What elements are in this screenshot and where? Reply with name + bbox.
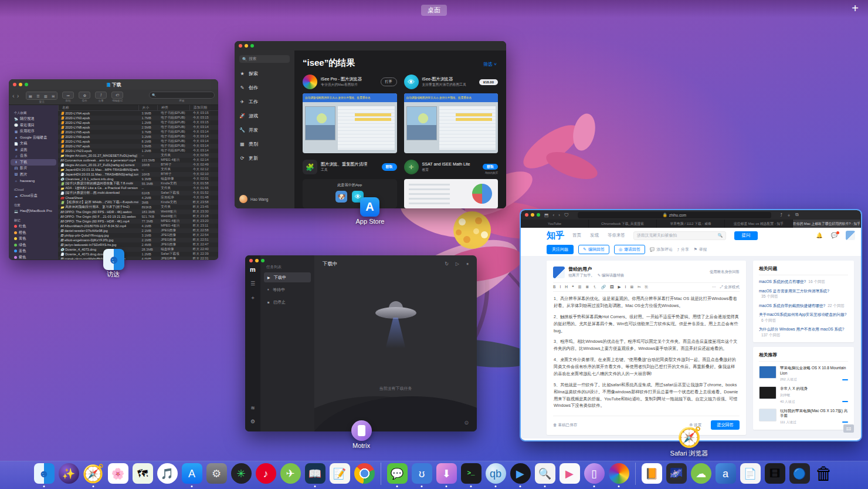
- anonymous-toggle[interactable]: 使用匿名身份回答: [710, 269, 740, 275]
- speed-gauge-icon[interactable]: ⊙: [464, 420, 469, 426]
- browser-tab[interactable]: 苹果电脑 / 1112 下载 - 威锋: [657, 220, 725, 228]
- finder-window[interactable]: 📘下载 ‹› ▤☰▥⊞ 显示 ≔群组 ⚙操作 ⤴分享 🏷编辑标记 🔍 搜索: [9, 79, 218, 260]
- dock-icon[interactable]: 📖: [305, 463, 326, 484]
- file-row[interactable]: 📄[知乎]大数据分析…图.mobi.download 61KB Safari下载…: [58, 191, 218, 195]
- submit-answer-button[interactable]: 提交回答: [711, 420, 740, 430]
- file-row[interactable]: 📙2020-LYN8.epub 2.5MB 电子书籍(EPUB) 今天 03:1…: [58, 125, 218, 130]
- app-card-bundle[interactable]: 🧩 图片浏览、重复图片清理 工具 获取 此套装中的App 🐶 👁: [303, 160, 397, 208]
- dock-icon[interactable]: 📙: [642, 463, 662, 484]
- close-icon[interactable]: [525, 213, 528, 217]
- forward-icon[interactable]: ›: [558, 213, 560, 218]
- space-label-desktop[interactable]: 桌面: [421, 5, 447, 16]
- add-comment-button[interactable]: 💬添加评论: [650, 247, 673, 252]
- format-icon[interactable]: ☰: [578, 285, 582, 290]
- store-sidebar-item[interactable]: ✎ 创作: [239, 85, 290, 91]
- finder-expose-label[interactable]: 访达: [72, 270, 154, 279]
- column-header[interactable]: 添加日期: [189, 105, 218, 110]
- view-mode-icon[interactable]: ⊞: [49, 92, 57, 99]
- related-question-link[interactable]: 关于macOS系统如何将App安装至移动硬盘的问题?6 个回答: [759, 312, 848, 323]
- close-icon[interactable]: [249, 259, 253, 262]
- finder-sidebar-item[interactable]: 紫色: [9, 254, 58, 259]
- file-row[interactable]: 📗[知乎]大数据分析的精选回答合集下载 7.8.mobi 55.3MB Kind…: [58, 181, 218, 186]
- file-row[interactable]: 🎞OPPO: The Origin (60 FPS - HDR - 4K).mp…: [58, 219, 218, 224]
- dock-icon[interactable]: ⬇: [436, 463, 457, 484]
- safari-window[interactable]: ⬒ ‹ › 🛡 🔒zhihu.com ⤴ ＋ ⧉ YouTubeChromebo…: [521, 210, 861, 440]
- format-icon[interactable]: 🔗: [601, 285, 606, 290]
- back-forward-buttons[interactable]: ‹›: [12, 92, 21, 99]
- related-question-link[interactable]: macOS 系统的优点有哪些?16 个回答: [759, 279, 848, 285]
- file-row[interactable]: 🖼marek-okon-nnqWahpBhNM-unsplash.jpg 4.6…: [58, 257, 218, 259]
- dock-icon[interactable]: 🌌: [666, 463, 687, 484]
- dock-icon[interactable]: 📝: [330, 463, 350, 484]
- dock-icon[interactable]: 🔵: [789, 463, 810, 484]
- app-store-app-icon[interactable]: A: [360, 197, 379, 217]
- finder-sidebar-item[interactable]: 绿色: [9, 242, 58, 248]
- format-icon[interactable]: ≣: [586, 285, 589, 290]
- minimize-icon[interactable]: [531, 213, 534, 217]
- file-row[interactable]: 📙2020-LYN9.epub 3.2MB 电子书籍(EPUB) 今天 03:1…: [58, 134, 218, 139]
- book-title[interactable]: 玩转我的苹果电脑(Mac OS X 10.7版) 高手篇: [780, 409, 848, 419]
- format-icon[interactable]: ▶: [618, 285, 621, 290]
- file-row[interactable]: 🎞OPPO: The Origin (60 FPS - HDR - 4K).we…: [58, 210, 218, 214]
- safari-expose-label[interactable]: Safari 浏览器: [648, 449, 730, 458]
- store-sidebar-item[interactable]: ★ 探索: [239, 70, 290, 77]
- dock-icon[interactable]: ☻: [34, 463, 55, 484]
- notifications-bell-icon[interactable]: 🔔: [816, 232, 823, 238]
- browser-tab[interactable]: 在你的 Mac 上都装了哪些好用的软件? - 知乎: [793, 220, 861, 228]
- store-account[interactable]: Hao Wang: [239, 195, 268, 203]
- finder-sidebar-item[interactable]: ♫ 音乐: [9, 153, 58, 160]
- motrix-window[interactable]: m ☰ ＋ ≋ ⚙ 任务列表 ▶ 下载中 ⏸ 等待中 ■ 已停止: [245, 255, 477, 431]
- store-sidebar-item[interactable]: 🔧 开发: [239, 127, 290, 133]
- column-header[interactable]: 种类: [157, 105, 189, 110]
- store-sidebar-item[interactable]: ▦ 类别: [239, 141, 290, 147]
- column-header[interactable]: 大小: [138, 105, 158, 110]
- format-icon[interactable]: ⒈: [593, 285, 597, 290]
- app-store-window[interactable]: 🔍搜索 ★ 探索 ✎ 创作 ✈ 工作 🚀: [235, 41, 506, 208]
- more-icon[interactable]: ⋯: [712, 285, 716, 289]
- add-task-icon[interactable]: ＋: [250, 294, 256, 302]
- app-card-isee-pro[interactable]: iSee Pro - 图片浏览器 专业强大的Mac看图软件 打开 自动调整缩略图…: [303, 75, 397, 153]
- dock-icon[interactable]: 🗺: [133, 463, 153, 484]
- follow-question-button[interactable]: 关注问题: [547, 245, 574, 254]
- file-row[interactable]: 🎞AlbumWatch-20180709-1137-8.04.52.mp4 4.…: [58, 224, 218, 228]
- file-row[interactable]: 🖼philipp-pilz-QubdYRmcgyg.jpg 3.1MB JPEG…: [58, 233, 218, 238]
- file-row[interactable]: 📁JapanHDV.20.03.11.Mao…MP4-TRASHBINS[rar…: [58, 167, 218, 172]
- tab-overview-icon[interactable]: ⧉: [795, 212, 799, 218]
- zoom-icon[interactable]: [261, 259, 265, 262]
- dock-icon[interactable]: qb: [486, 463, 506, 484]
- task-action-icon[interactable]: ↻: [445, 261, 449, 267]
- edit-answer-button[interactable]: ✎编辑回答: [578, 245, 609, 254]
- finder-sidebar-item[interactable]: 🖼 图片: [9, 171, 58, 178]
- get-button[interactable]: 获取: [382, 163, 397, 171]
- fullscreen-button[interactable]: ⤢ 全屏模式: [720, 285, 740, 290]
- finder-sidebar-item[interactable]: 🖥 桌面: [9, 147, 58, 153]
- finder-sidebar-item[interactable]: 红色: [9, 224, 58, 230]
- finder-sidebar-item[interactable]: 个人收藏: [9, 110, 58, 116]
- dock-icon[interactable]: A: [182, 463, 202, 484]
- browser-tab[interactable]: 这些都是 Mac os 精选配置 - 知乎: [725, 220, 793, 228]
- motrix-expose-label[interactable]: Motrix: [320, 442, 402, 449]
- group-button[interactable]: ≔: [62, 92, 74, 99]
- file-row[interactable]: 🎞Coronavirus outbreak…arm for a generato…: [58, 158, 218, 163]
- task-filter-item[interactable]: ■ 已停止: [264, 297, 311, 307]
- author-name[interactable]: 曾经的用户: [568, 266, 624, 272]
- dock-icon[interactable]: 💬: [387, 463, 408, 484]
- file-row[interactable]: 📙2020-LYN23.epub 1.2MB 电子书籍(EPUB) 今天 03:…: [58, 149, 218, 153]
- dock-icon[interactable]: ♪: [256, 463, 276, 484]
- browser-tab[interactable]: YouTube: [521, 220, 589, 228]
- finder-sidebar-item[interactable]: ⬇ 下载: [11, 159, 56, 166]
- invite-answer-button[interactable]: ◎邀请回答: [614, 245, 645, 254]
- file-row[interactable]: 📁高效休闲指南|应付期末、复习课了(团子fm2) 893KB 文件夹 昨天 23…: [58, 205, 218, 210]
- address-bar[interactable]: 🔒zhihu.com: [578, 212, 771, 218]
- dock-icon[interactable]: ▶: [560, 463, 580, 484]
- dock-icon[interactable]: 🎞: [765, 463, 785, 484]
- file-row[interactable]: 📙2020-LYN2.epub 1.2MB 电子书籍(EPUB) 今天 03:1…: [58, 120, 218, 125]
- dock-icon[interactable]: ʊ: [412, 463, 432, 484]
- nav-item[interactable]: 等你来答: [608, 232, 625, 238]
- price-button[interactable]: ¥18.00: [479, 79, 498, 85]
- motrix-app-icon[interactable]: [351, 420, 372, 441]
- format-icon[interactable]: H: [565, 285, 568, 290]
- view-mode-icon[interactable]: ▤: [26, 92, 34, 99]
- share-button[interactable]: ⤴: [95, 92, 107, 99]
- new-tab-icon[interactable]: ＋: [786, 212, 791, 218]
